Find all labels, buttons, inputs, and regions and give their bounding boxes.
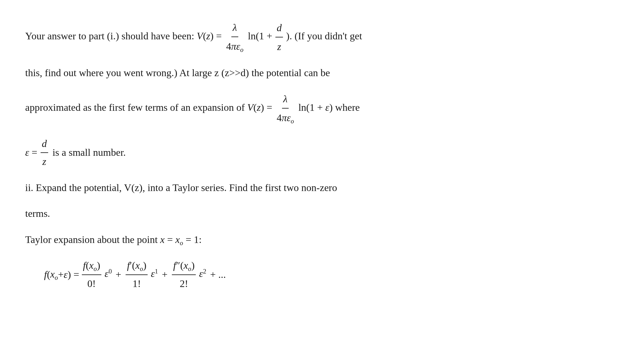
text-if: (If you didn't get (295, 30, 362, 42)
line-2: this, find out where you went wrong.) At… (25, 64, 619, 81)
section-ii-line2: terms. (25, 205, 619, 222)
text-line2: this, find out where you went wrong.) At… (25, 67, 330, 78)
line-1: Your answer to part (i.) should have bee… (25, 19, 619, 55)
text-line1-pre: Your answer to part (i.) should have bee… (25, 30, 197, 42)
text-small-number: is a small number. (53, 144, 126, 161)
text-taylor-label: Taylor expansion about the point (25, 234, 160, 245)
main-content: Your answer to part (i.) should have bee… (25, 19, 619, 292)
taylor-expansion-formula: f(xo + ε) = f(xo) 0! ε0 + f′(xo) 1! ε1 +… (44, 257, 619, 292)
text-where: where (335, 102, 360, 113)
vz-formula: V(z) = λ 4πεo ln(1 + d z ). (197, 30, 295, 42)
text-section-ii: ii. Expand the potential, V(z), into a T… (25, 182, 337, 193)
text-line3-pre: approximated as the first few terms of a… (25, 102, 247, 113)
section-ii-line1: ii. Expand the potential, V(z), into a T… (25, 179, 619, 196)
taylor-point-line: Taylor expansion about the point x = xo … (25, 231, 619, 249)
epsilon-definition: ε = d z is a small number. (25, 136, 619, 170)
text-terms: terms. (25, 208, 50, 219)
line-3: approximated as the first few terms of a… (25, 90, 619, 127)
